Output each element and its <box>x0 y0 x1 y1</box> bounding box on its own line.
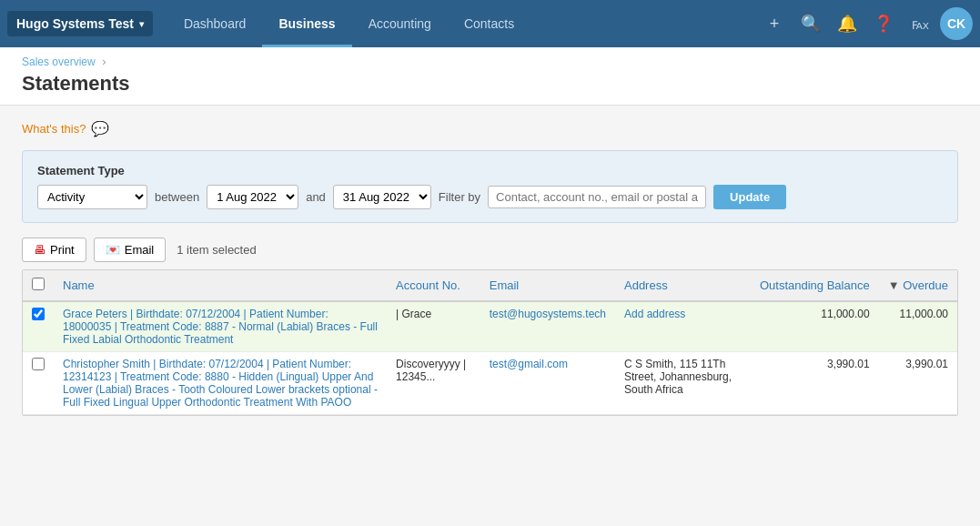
row1-checkbox-cell[interactable] <box>23 301 54 352</box>
whats-this-link[interactable]: What's this? 💬 <box>22 120 958 137</box>
col-name[interactable]: Name <box>54 270 387 301</box>
row1-name-link[interactable]: Grace Peters | Birthdate: 07/12/2004 | P… <box>63 308 378 346</box>
bell-icon: 🔔 <box>837 14 857 34</box>
brand-label: Hugo Systems Test <box>16 16 134 31</box>
search-button[interactable]: 🔍 <box>794 7 827 40</box>
table-row: Grace Peters | Birthdate: 07/12/2004 | P… <box>23 301 957 352</box>
filter-by-label: Filter by <box>439 190 480 204</box>
col-address-label: Address <box>624 278 668 292</box>
date-to-select[interactable]: 31 Aug 2022 <box>333 185 431 209</box>
row2-checkbox[interactable] <box>32 358 45 370</box>
row1-name: Grace Peters | Birthdate: 07/12/2004 | P… <box>54 301 387 352</box>
brand-chevron: ▾ <box>139 19 144 29</box>
col-name-label: Name <box>63 278 95 292</box>
col-email-label: Email <box>490 278 520 292</box>
table-row: Christopher Smith | Birthdate: 07/12/200… <box>23 352 957 415</box>
select-all-checkbox[interactable] <box>32 278 45 290</box>
statement-panel: Statement Type Activity Outstanding Over… <box>22 150 958 223</box>
statement-type-label: Statement Type <box>37 164 943 177</box>
col-account-no-label: Account No. <box>396 278 460 292</box>
breadcrumb-bar: Sales overview › Statements <box>0 47 980 106</box>
between-label: between <box>155 190 199 204</box>
email-button[interactable]: 💌 Email <box>94 238 167 262</box>
col-overdue-label: Overdue <box>903 278 948 292</box>
row1-overdue: 11,000.00 <box>879 301 957 352</box>
selected-count: 1 item selected <box>177 243 256 257</box>
row2-overdue: 3,990.01 <box>879 352 957 415</box>
nav-contacts[interactable]: Contacts <box>448 0 530 47</box>
grid-icon: ℻ <box>912 15 929 33</box>
avatar[interactable]: CK <box>940 7 973 40</box>
nav-accounting[interactable]: Accounting <box>352 0 448 47</box>
page-title: Statements <box>22 68 958 105</box>
date-from-select[interactable]: 1 Aug 2022 <box>207 185 298 209</box>
statement-controls: Activity Outstanding Overdue between 1 A… <box>37 185 943 209</box>
col-overdue[interactable]: ▼ Overdue <box>879 270 957 301</box>
row2-address: C S Smith, 115 11Th Street, Johannesburg… <box>615 352 751 415</box>
filter-input[interactable] <box>488 186 706 208</box>
navbar: Hugo Systems Test ▾ Dashboard Business A… <box>0 0 980 47</box>
nav-business[interactable]: Business <box>262 0 351 47</box>
toolbar: 🖶 Print 💌 Email 1 item selected <box>22 238 958 262</box>
col-address[interactable]: Address <box>615 270 751 301</box>
and-label: and <box>306 190 326 204</box>
row1-email-link[interactable]: test@hugosystems.tech <box>490 308 606 320</box>
breadcrumb: Sales overview › <box>22 55 958 68</box>
row1-email: test@hugosystems.tech <box>480 301 615 352</box>
table-header-row: Name Account No. Email Address Outstandi… <box>23 270 957 301</box>
grid-button[interactable]: ℻ <box>904 7 936 40</box>
whats-this-label: What's this? <box>22 122 86 136</box>
statement-type-select[interactable]: Activity Outstanding Overdue <box>37 185 147 209</box>
breadcrumb-separator: › <box>102 55 106 68</box>
help-button[interactable]: ❓ <box>867 7 900 40</box>
nav-links: Dashboard Business Accounting Contacts <box>167 0 758 47</box>
main-content: What's this? 💬 Statement Type Activity O… <box>0 106 980 430</box>
row2-name: Christopher Smith | Birthdate: 07/12/200… <box>54 352 387 415</box>
email-icon: 💌 <box>106 243 120 257</box>
row1-outstanding: 11,000.00 <box>751 301 879 352</box>
add-button[interactable]: + <box>758 7 791 40</box>
col-email[interactable]: Email <box>480 270 615 301</box>
email-label: Email <box>125 243 155 257</box>
select-all-col[interactable] <box>23 270 54 301</box>
bell-button[interactable]: 🔔 <box>831 7 864 40</box>
row2-name-link[interactable]: Christopher Smith | Birthdate: 07/12/200… <box>63 358 378 409</box>
whats-this-icon: 💬 <box>91 120 109 137</box>
row1-address: Add address <box>615 301 751 352</box>
nav-brand[interactable]: Hugo Systems Test ▾ <box>7 11 153 36</box>
row1-add-address-link[interactable]: Add address <box>624 308 685 320</box>
print-button[interactable]: 🖶 Print <box>22 238 86 262</box>
nav-dashboard[interactable]: Dashboard <box>167 0 263 47</box>
nav-right: + 🔍 🔔 ❓ ℻ CK <box>758 7 973 40</box>
row2-outstanding: 3,990.01 <box>751 352 879 415</box>
row2-account-no: Discoveryyyy | 12345... <box>387 352 480 415</box>
col-outstanding-label: Outstanding Balance <box>760 278 870 292</box>
col-outstanding[interactable]: Outstanding Balance <box>751 270 879 301</box>
row2-email: test@gmail.com <box>480 352 615 415</box>
col-account-no[interactable]: Account No. <box>387 270 480 301</box>
row2-checkbox-cell[interactable] <box>23 352 54 415</box>
row2-email-link[interactable]: test@gmail.com <box>490 358 568 370</box>
sort-desc-icon: ▼ <box>888 278 903 292</box>
row1-checkbox[interactable] <box>32 308 45 320</box>
help-icon: ❓ <box>874 14 894 34</box>
update-button[interactable]: Update <box>713 185 786 209</box>
search-icon: 🔍 <box>801 14 821 34</box>
statements-table: Name Account No. Email Address Outstandi… <box>22 269 958 416</box>
print-label: Print <box>50 243 75 257</box>
breadcrumb-parent[interactable]: Sales overview <box>22 56 96 68</box>
row1-account-no: | Grace <box>387 301 480 352</box>
print-icon: 🖶 <box>34 243 45 257</box>
